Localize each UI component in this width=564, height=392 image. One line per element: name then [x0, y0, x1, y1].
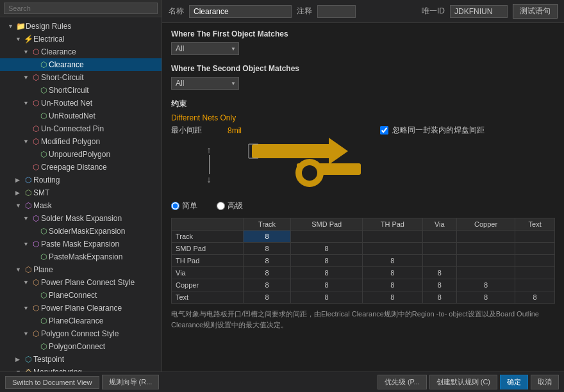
tree-item-polygon-connect[interactable]: ▼ ⬡ Polygon Connect Style — [0, 327, 162, 340]
col-header-track: Track — [243, 218, 291, 231]
tree-item-routing[interactable]: ▶ ⬡ Routing — [0, 174, 162, 186]
svg-rect-0 — [252, 144, 335, 158]
cell-th-via — [422, 255, 456, 267]
smt-icon: ⬡ — [23, 187, 33, 199]
tree-item-pastemaskexpansion[interactable]: ⬡ PasteMaskExpansion — [0, 250, 162, 263]
cell-text-smd[interactable]: 8 — [291, 291, 363, 304]
cell-th-smd[interactable]: 8 — [291, 255, 363, 267]
where-first-row: All Net Net Class Layer Custom Query — [171, 42, 555, 55]
cell-smd-track[interactable]: 8 — [243, 243, 291, 255]
radio-advanced[interactable]: 高级 — [217, 200, 243, 211]
cell-copper-copper[interactable]: 8 — [456, 279, 515, 291]
cell-text-via[interactable]: 8 — [422, 291, 456, 304]
note-input[interactable] — [317, 5, 356, 18]
cell-text-track[interactable]: 8 — [243, 291, 291, 304]
cell-copper-smd[interactable]: 8 — [291, 279, 363, 291]
uid-input[interactable] — [450, 5, 508, 18]
cell-th-copper — [456, 255, 515, 267]
col-header-smd: SMD Pad — [291, 218, 363, 231]
constraint-title: 约束 — [171, 99, 555, 110]
routing-icon: ⬡ — [23, 174, 33, 186]
cell-smd-smd[interactable]: 8 — [291, 243, 363, 255]
tree-item-polygonconnect[interactable]: ⬡ PolygonConnect — [0, 340, 162, 353]
tree-item-ppc-style[interactable]: ▼ ⬡ Power Plane Connect Style — [0, 276, 162, 289]
cell-via-th[interactable]: 8 — [363, 267, 423, 279]
soldermaskexpansion-icon: ⬡ — [38, 225, 49, 237]
tree-item-shortcircuit[interactable]: ⬡ ShortCircuit — [0, 84, 162, 97]
unconnected-pin-icon: ⬡ — [31, 123, 41, 135]
cell-via-smd[interactable]: 8 — [291, 267, 363, 279]
plane-icon: ⬡ — [23, 264, 33, 275]
search-input[interactable] — [4, 3, 158, 14]
confirm-button[interactable]: 确定 — [500, 375, 528, 389]
clearance-rule-icon: ⬡ — [38, 59, 49, 70]
cell-smd-text — [515, 243, 555, 255]
tree-item-testpoint[interactable]: ▶ ⬡ Testpoint — [0, 353, 162, 366]
tree-item-smt[interactable]: ▶ ⬡ SMT — [0, 186, 162, 199]
tree-item-unroutednet[interactable]: ⬡ UnRoutedNet — [0, 110, 162, 122]
cell-text-text[interactable]: 8 — [515, 291, 555, 304]
tree-item-electrical[interactable]: ▼ ⚡ Electrical — [0, 33, 162, 45]
ignore-pad-checkbox[interactable] — [380, 126, 388, 135]
cell-copper-track[interactable]: 8 — [243, 279, 291, 291]
manufacturing-icon: ⚙ — [23, 366, 33, 372]
tree-item-soldermaskexpansion[interactable]: ⬡ SolderMaskExpansion — [0, 225, 162, 238]
cell-copper-via[interactable]: 8 — [422, 279, 456, 291]
tree-item-solder-mask[interactable]: ▼ ⬡ Solder Mask Expansion — [0, 212, 162, 225]
tree-item-unrouted-net[interactable]: ▼ ⬡ Un-Routed Net — [0, 97, 162, 110]
cell-track-track[interactable]: 8 — [243, 231, 291, 243]
cell-th-text — [515, 255, 555, 267]
note-label: 注释 — [297, 6, 312, 17]
tree-item-planeclearance[interactable]: ⬡ PlaneClearance — [0, 314, 162, 327]
cell-text-copper[interactable]: 8 — [456, 291, 515, 304]
radio-simple[interactable]: 简单 — [171, 200, 197, 211]
tree-item-creepage[interactable]: ⬡ Creepage Distance — [0, 161, 162, 174]
cell-via-via[interactable]: 8 — [422, 267, 456, 279]
tree-item-unconnected-pin[interactable]: ⬡ Un-Connected Pin — [0, 122, 162, 135]
tree-item-manufacturing[interactable]: ▼ ⚙ Manufacturing — [0, 366, 162, 372]
cancel-button[interactable]: 取消 — [531, 375, 559, 389]
short-circuit-icon: ⬡ — [31, 72, 41, 83]
table-row: TH Pad 8 8 8 — [172, 255, 555, 267]
col-header-via: Via — [422, 218, 456, 231]
tree-item-clearance[interactable]: ⬡ Clearance — [0, 58, 162, 71]
tree-item-ppc-clearance[interactable]: ▼ ⬡ Power Plane Clearance — [0, 302, 162, 314]
cell-th-th[interactable]: 8 — [363, 255, 423, 267]
cell-copper-th[interactable]: 8 — [363, 279, 423, 291]
cell-via-track[interactable]: 8 — [243, 267, 291, 279]
col-header-copper: Copper — [456, 218, 515, 231]
row-text-label: Text — [172, 291, 244, 304]
col-header-th: TH Pad — [363, 218, 423, 231]
col-header-empty — [172, 218, 244, 231]
tree-item-short-circuit[interactable]: ▼ ⬡ Short-Circuit — [0, 71, 162, 84]
unroutednet-rule-icon: ⬡ — [38, 110, 49, 122]
modified-polygon-icon: ⬡ — [31, 136, 41, 147]
ppc-clearance-icon: ⬡ — [31, 302, 41, 314]
tree-item-planeconnect[interactable]: ⬡ PlaneConnect — [0, 289, 162, 302]
where-second-select[interactable]: All Net Net Class Layer Custom Query — [171, 77, 239, 90]
ignore-pad-checkbox-row: 忽略同一封装内的焊盘间距 — [380, 125, 485, 136]
tree-item-unpouredpolygon[interactable]: ⬡ UnpouredPolygon — [0, 148, 162, 161]
cell-via-copper — [456, 267, 515, 279]
bottom-bar: Switch to Document View 规则向导 (R... 优先级 (… — [0, 372, 564, 392]
cell-text-th[interactable]: 8 — [363, 291, 423, 304]
shortcircuit-rule-icon: ⬡ — [38, 85, 49, 96]
cell-via-text — [515, 267, 555, 279]
tree-item-paste-mask[interactable]: ▼ ⬡ Paste Mask Expansion — [0, 238, 162, 250]
cell-th-track[interactable]: 8 — [243, 255, 291, 267]
create-default-button[interactable]: 创建默认规则 (C) — [429, 375, 497, 389]
where-first-select[interactable]: All Net Net Class Layer Custom Query — [171, 42, 239, 55]
tree-item-plane[interactable]: ▼ ⬡ Plane — [0, 263, 162, 276]
tree-item-clearance-group[interactable]: ▼ ⬡ Clearance — [0, 45, 162, 58]
tree-item-design-rules[interactable]: ▼ 📁 Design Rules — [0, 20, 162, 33]
rule-wizard-button[interactable]: 规则向导 (R... — [102, 375, 160, 389]
priority-button[interactable]: 优先级 (P... — [377, 375, 427, 389]
switch-view-button[interactable]: Switch to Document View — [5, 376, 99, 389]
test-button[interactable]: 测试语句 — [513, 4, 558, 19]
where-second-row: All Net Net Class Layer Custom Query — [171, 77, 555, 90]
name-input[interactable] — [189, 5, 292, 18]
tree-item-modified-polygon[interactable]: ▼ ⬡ Modified Polygon — [0, 135, 162, 148]
cell-track-th — [363, 231, 423, 243]
row-th-label: TH Pad — [172, 255, 244, 267]
tree-item-mask[interactable]: ▼ ⬡ Mask — [0, 199, 162, 212]
